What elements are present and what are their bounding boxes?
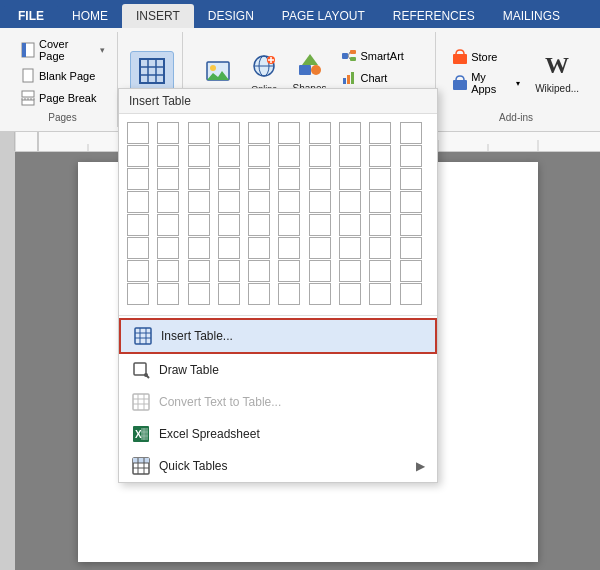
grid-cell-1-4[interactable]	[248, 145, 270, 167]
grid-cell-3-4[interactable]	[248, 191, 270, 213]
grid-cell-4-9[interactable]	[400, 214, 422, 236]
grid-cell-2-4[interactable]	[248, 168, 270, 190]
grid-cell-7-2[interactable]	[188, 283, 210, 305]
grid-cell-4-3[interactable]	[218, 214, 240, 236]
grid-cell-0-9[interactable]	[400, 122, 422, 144]
grid-cell-0-7[interactable]	[339, 122, 361, 144]
grid-cell-5-6[interactable]	[309, 237, 331, 259]
grid-cell-1-1[interactable]	[157, 145, 179, 167]
grid-cell-7-7[interactable]	[339, 283, 361, 305]
excel-spreadsheet-item[interactable]: X Excel Spreadsheet	[119, 418, 437, 450]
my-apps-button[interactable]: My Apps ▾	[448, 69, 524, 97]
grid-cell-0-1[interactable]	[157, 122, 179, 144]
grid-cell-6-9[interactable]	[400, 260, 422, 282]
grid-cell-2-3[interactable]	[218, 168, 240, 190]
grid-cell-6-2[interactable]	[188, 260, 210, 282]
tab-file[interactable]: FILE	[4, 4, 58, 28]
grid-cell-0-4[interactable]	[248, 122, 270, 144]
grid-cell-0-0[interactable]	[127, 122, 149, 144]
convert-text-table-item[interactable]: Convert Text to Table...	[119, 386, 437, 418]
grid-cell-1-3[interactable]	[218, 145, 240, 167]
grid-cell-4-6[interactable]	[309, 214, 331, 236]
tab-design[interactable]: DESIGN	[194, 4, 268, 28]
grid-cell-7-4[interactable]	[248, 283, 270, 305]
tab-insert[interactable]: INSERT	[122, 4, 194, 28]
grid-cell-5-3[interactable]	[218, 237, 240, 259]
grid-cell-2-2[interactable]	[188, 168, 210, 190]
grid-cell-5-1[interactable]	[157, 237, 179, 259]
grid-cell-4-1[interactable]	[157, 214, 179, 236]
page-break-button[interactable]: Page Break	[16, 88, 109, 108]
quick-tables-item[interactable]: Quick Tables ▶	[119, 450, 437, 482]
grid-cell-0-3[interactable]	[218, 122, 240, 144]
grid-cell-5-8[interactable]	[369, 237, 391, 259]
insert-table-menu-item[interactable]: Insert Table...	[119, 318, 437, 354]
grid-cell-1-8[interactable]	[369, 145, 391, 167]
chart-button[interactable]: Chart	[337, 68, 427, 88]
grid-cell-5-9[interactable]	[400, 237, 422, 259]
grid-cell-7-1[interactable]	[157, 283, 179, 305]
grid-cell-1-5[interactable]	[278, 145, 300, 167]
grid-cell-4-0[interactable]	[127, 214, 149, 236]
grid-cell-5-5[interactable]	[278, 237, 300, 259]
tab-mailings[interactable]: MAILINGS	[489, 4, 574, 28]
blank-page-button[interactable]: Blank Page	[16, 66, 109, 86]
grid-cell-5-0[interactable]	[127, 237, 149, 259]
grid-cell-6-8[interactable]	[369, 260, 391, 282]
grid-cell-0-8[interactable]	[369, 122, 391, 144]
grid-cell-4-5[interactable]	[278, 214, 300, 236]
grid-cell-7-8[interactable]	[369, 283, 391, 305]
table-grid[interactable]	[119, 114, 437, 313]
grid-cell-7-6[interactable]	[309, 283, 331, 305]
grid-cell-2-1[interactable]	[157, 168, 179, 190]
grid-cell-6-0[interactable]	[127, 260, 149, 282]
grid-cell-3-6[interactable]	[309, 191, 331, 213]
grid-cell-0-2[interactable]	[188, 122, 210, 144]
grid-cell-3-8[interactable]	[369, 191, 391, 213]
grid-cell-7-5[interactable]	[278, 283, 300, 305]
grid-cell-0-5[interactable]	[278, 122, 300, 144]
grid-cell-6-5[interactable]	[278, 260, 300, 282]
grid-cell-6-3[interactable]	[218, 260, 240, 282]
tab-page-layout[interactable]: PAGE LAYOUT	[268, 4, 379, 28]
draw-table-menu-item[interactable]: Draw Table	[119, 354, 437, 386]
grid-cell-7-3[interactable]	[218, 283, 240, 305]
smartart-button[interactable]: SmartArt	[337, 46, 427, 66]
grid-cell-1-9[interactable]	[400, 145, 422, 167]
grid-cell-1-6[interactable]	[309, 145, 331, 167]
grid-cell-5-7[interactable]	[339, 237, 361, 259]
grid-cell-7-9[interactable]	[400, 283, 422, 305]
tab-home[interactable]: HOME	[58, 4, 122, 28]
grid-cell-1-7[interactable]	[339, 145, 361, 167]
grid-cell-4-7[interactable]	[339, 214, 361, 236]
grid-cell-2-7[interactable]	[339, 168, 361, 190]
grid-cell-2-8[interactable]	[369, 168, 391, 190]
grid-cell-3-9[interactable]	[400, 191, 422, 213]
grid-cell-6-7[interactable]	[339, 260, 361, 282]
grid-cell-1-2[interactable]	[188, 145, 210, 167]
grid-cell-2-0[interactable]	[127, 168, 149, 190]
grid-cell-0-6[interactable]	[309, 122, 331, 144]
grid-cell-6-4[interactable]	[248, 260, 270, 282]
grid-cell-4-8[interactable]	[369, 214, 391, 236]
grid-cell-2-6[interactable]	[309, 168, 331, 190]
grid-cell-5-4[interactable]	[248, 237, 270, 259]
grid-cell-6-1[interactable]	[157, 260, 179, 282]
grid-cell-3-3[interactable]	[218, 191, 240, 213]
grid-cell-2-9[interactable]	[400, 168, 422, 190]
grid-cell-3-7[interactable]	[339, 191, 361, 213]
grid-cell-4-4[interactable]	[248, 214, 270, 236]
wikipedia-button[interactable]: W Wikiped...	[530, 46, 584, 98]
grid-cell-3-2[interactable]	[188, 191, 210, 213]
grid-cell-7-0[interactable]	[127, 283, 149, 305]
grid-cell-3-1[interactable]	[157, 191, 179, 213]
cover-page-button[interactable]: Cover Page ▾	[16, 36, 109, 64]
tab-references[interactable]: REFERENCES	[379, 4, 489, 28]
grid-cell-3-0[interactable]	[127, 191, 149, 213]
grid-cell-6-6[interactable]	[309, 260, 331, 282]
grid-cell-3-5[interactable]	[278, 191, 300, 213]
grid-cell-5-2[interactable]	[188, 237, 210, 259]
grid-cell-2-5[interactable]	[278, 168, 300, 190]
grid-cell-1-0[interactable]	[127, 145, 149, 167]
store-button[interactable]: Store	[448, 47, 524, 67]
